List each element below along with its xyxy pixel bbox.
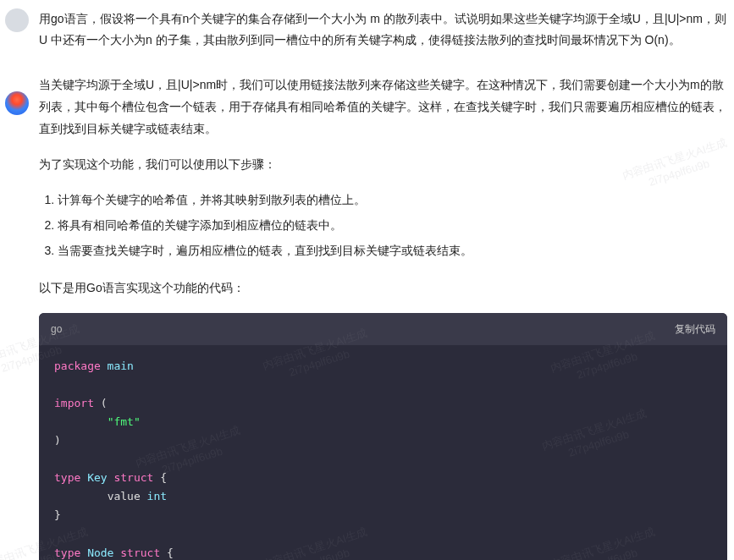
code-block: go 复制代码 package main import ( "fmt" ) ty… xyxy=(39,313,727,561)
list-item: 当需要查找关键字时，遍历相应槽位的链表，直到找到目标关键字或链表结束。 xyxy=(58,240,727,262)
bot-answer: 当关键字均源于全域U，且|U|>nm时，我们可以使用链接法散列来存储这些关键字。… xyxy=(39,74,727,560)
copy-code-button[interactable]: 复制代码 xyxy=(675,320,715,338)
code-lang-label: go xyxy=(51,320,62,338)
user-avatar xyxy=(5,8,29,32)
list-item: 计算每个关键字的哈希值，并将其映射到散列表的槽位上。 xyxy=(58,189,727,211)
answer-paragraph: 当关键字均源于全域U，且|U|>nm时，我们可以使用链接法散列来存储这些关键字。… xyxy=(39,74,727,140)
answer-steps: 计算每个关键字的哈希值，并将其映射到散列表的槽位上。 将具有相同哈希值的关键字添… xyxy=(58,189,727,262)
answer-paragraph: 以下是用Go语言实现这个功能的代码： xyxy=(39,277,727,299)
code-body: package main import ( "fmt" ) type Key s… xyxy=(39,345,727,560)
bot-avatar xyxy=(5,91,29,115)
code-header: go 复制代码 xyxy=(39,313,727,345)
list-item: 将具有相同哈希值的关键字添加到相应槽位的链表中。 xyxy=(58,215,727,237)
answer-paragraph: 为了实现这个功能，我们可以使用以下步骤： xyxy=(39,154,727,176)
user-question: 用go语言，假设将一个具有n个关键字的集合存储到一个大小为 m 的散列表中。试说… xyxy=(39,8,727,51)
